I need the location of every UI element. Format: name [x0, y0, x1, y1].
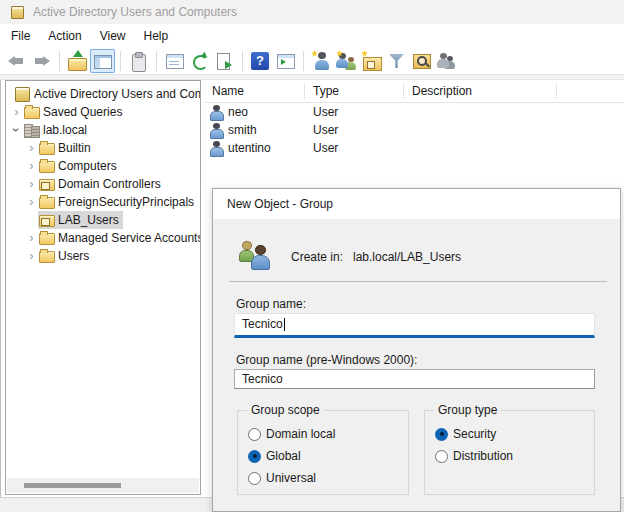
- tree-item[interactable]: Saved Queries: [6, 103, 200, 121]
- column-header[interactable]: Name: [204, 80, 305, 103]
- radio-label: Distribution: [453, 449, 513, 463]
- radio-label: Universal: [266, 471, 316, 485]
- radio-icon[interactable]: [248, 472, 261, 485]
- radio-label: Security: [453, 427, 496, 441]
- chevron-icon[interactable]: [10, 104, 23, 120]
- toolbar-button: [156, 51, 157, 71]
- group-icon: [239, 239, 271, 271]
- toolbar-button[interactable]: [248, 49, 273, 73]
- menu-item[interactable]: File: [2, 24, 39, 48]
- group-scope-option[interactable]: Domain local: [248, 423, 408, 445]
- toolbar-button[interactable]: [409, 49, 434, 73]
- tree-item-icon: [39, 195, 54, 209]
- toolbar-button[interactable]: [359, 49, 384, 73]
- group-scope-option[interactable]: Universal: [248, 467, 408, 489]
- user-icon: [210, 141, 223, 155]
- create-in-label: Create in:: [291, 250, 343, 264]
- tree-item[interactable]: Domain Controllers: [6, 175, 200, 193]
- tree-item-label: Computers: [58, 159, 117, 173]
- group-name-input[interactable]: Tecnico: [234, 313, 595, 338]
- group-type-groupbox: Group type Security Distribution: [424, 410, 595, 495]
- menu-item[interactable]: Help: [135, 24, 178, 48]
- toolbar-button[interactable]: [212, 49, 237, 73]
- radio-icon[interactable]: [248, 428, 261, 441]
- radio-icon[interactable]: [435, 428, 448, 441]
- text-caret: [284, 318, 285, 331]
- toolbar-button[interactable]: [384, 49, 409, 73]
- tree-item-label: Managed Service Accounts: [58, 231, 200, 245]
- list-item[interactable]: utentino User: [204, 139, 624, 157]
- menu-bar: File Action View Help: [0, 24, 624, 48]
- radio-label: Domain local: [266, 427, 335, 441]
- console-icon: [11, 6, 24, 19]
- toolbar: [0, 48, 624, 74]
- chevron-icon[interactable]: [25, 158, 38, 174]
- list-header: Name Type Description: [204, 80, 624, 103]
- user-name: smith: [228, 123, 257, 137]
- dialog-title: New Object - Group: [227, 197, 333, 211]
- create-in-row: Create in: lab.local/LAB_Users: [291, 249, 343, 265]
- pre2000-name-input[interactable]: Tecnico: [234, 369, 595, 389]
- column-header[interactable]: Description: [404, 80, 557, 103]
- menu-item[interactable]: View: [91, 24, 135, 48]
- toolbar-button[interactable]: [65, 49, 90, 73]
- tree-item-icon: [39, 231, 54, 245]
- tree-item-icon: [39, 249, 54, 263]
- group-name-label: Group name:: [236, 297, 306, 311]
- create-in-value: lab.local/LAB_Users: [353, 249, 461, 265]
- horizontal-scrollbar[interactable]: [7, 478, 199, 493]
- scrollbar-thumb[interactable]: [24, 483, 121, 488]
- radio-icon[interactable]: [435, 450, 448, 463]
- pre2000-name-label: Group name (pre-Windows 2000):: [236, 353, 417, 367]
- toolbar-button[interactable]: [4, 49, 29, 73]
- tree-item[interactable]: Managed Service Accounts: [6, 229, 200, 247]
- group-type-option[interactable]: Distribution: [435, 445, 594, 467]
- tree-item[interactable]: Computers: [6, 157, 200, 175]
- toolbar-button[interactable]: [273, 49, 298, 73]
- aduc-window: Active Directory Users and Computers Fil…: [0, 0, 624, 512]
- object-type: User: [305, 105, 404, 119]
- tree-item-label: Domain Controllers: [58, 177, 161, 191]
- group-scope-groupbox: Group scope Domain local Global Univ: [237, 410, 409, 495]
- menu-item[interactable]: Action: [39, 24, 90, 48]
- pre2000-name-value: Tecnico: [242, 372, 283, 386]
- toolbar-button[interactable]: [187, 49, 212, 73]
- toolbar-button[interactable]: [90, 49, 115, 73]
- tree-item[interactable]: Users: [6, 247, 200, 265]
- toolbar-button[interactable]: [126, 49, 151, 73]
- tree-item[interactable]: Builtin: [6, 139, 200, 157]
- tree-item[interactable]: ForeignSecurityPrincipals: [6, 193, 200, 211]
- dialog-title-bar[interactable]: New Object - Group: [213, 189, 620, 219]
- radio-icon[interactable]: [248, 450, 261, 463]
- group-type-option[interactable]: Security: [435, 423, 594, 445]
- tree-item[interactable]: lab.local: [6, 121, 200, 139]
- toolbar-button[interactable]: [29, 49, 54, 73]
- user-name: neo: [228, 105, 248, 119]
- tree-item[interactable]: Active Directory Users and Computers: [6, 85, 200, 103]
- tree-item-icon: [39, 177, 54, 191]
- chevron-icon[interactable]: [10, 122, 23, 138]
- tree-item-icon: [24, 123, 39, 137]
- chevron-icon[interactable]: [25, 248, 38, 264]
- tree-item-icon: [24, 105, 39, 119]
- chevron-icon[interactable]: [25, 194, 38, 210]
- console-tree-pane: Active Directory Users and Computers Sav…: [5, 80, 201, 495]
- toolbar-button[interactable]: [162, 49, 187, 73]
- list-item[interactable]: smith User: [204, 121, 624, 139]
- tree-item-label: Users: [58, 249, 89, 263]
- title-bar[interactable]: Active Directory Users and Computers: [0, 0, 624, 24]
- chevron-icon[interactable]: [25, 176, 38, 192]
- list-item[interactable]: neo User: [204, 103, 624, 121]
- toolbar-button[interactable]: [309, 49, 334, 73]
- column-header[interactable]: Type: [305, 80, 404, 103]
- chevron-icon[interactable]: [25, 230, 38, 246]
- tree-item-icon: [15, 87, 30, 101]
- chevron-icon[interactable]: [25, 140, 38, 156]
- tree-item-label: lab.local: [43, 123, 87, 137]
- toolbar-button[interactable]: [334, 49, 359, 73]
- user-icon: [210, 105, 223, 119]
- radio-label: Global: [266, 449, 301, 463]
- group-scope-option[interactable]: Global: [248, 445, 408, 467]
- toolbar-button[interactable]: [434, 49, 459, 73]
- tree-item[interactable]: LAB_Users: [6, 211, 200, 229]
